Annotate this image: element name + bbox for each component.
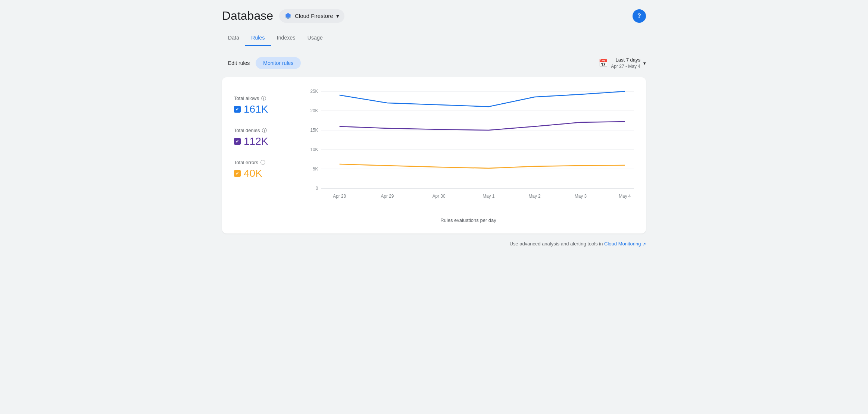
chart-area: 25K 20K 15K 10K 5K 0 Apr 28 Apr 29 Apr 3… — [303, 88, 634, 223]
total-allows-label: Total allows — [234, 95, 259, 101]
denies-checkbox[interactable]: ✓ — [234, 138, 241, 145]
total-denies-label: Total denies — [234, 128, 260, 133]
svg-text:May 2: May 2 — [528, 194, 541, 199]
svg-text:May 1: May 1 — [483, 194, 495, 199]
footer-note: Use advanced analysis and alerting tools… — [222, 241, 646, 247]
allows-value: 161K — [244, 103, 268, 115]
errors-checkbox[interactable]: ✓ — [234, 170, 241, 177]
errors-value: 40K — [244, 167, 262, 179]
svg-text:May 3: May 3 — [575, 194, 587, 199]
chart-svg: 25K 20K 15K 10K 5K 0 Apr 28 Apr 29 Apr 3… — [303, 88, 634, 214]
page-title: Database — [222, 9, 273, 23]
svg-text:15K: 15K — [310, 128, 318, 133]
svg-text:0: 0 — [316, 186, 318, 191]
external-link-icon: ↗ — [642, 242, 646, 247]
firestore-icon — [284, 12, 292, 20]
cloud-monitoring-link[interactable]: Cloud Monitoring ↗ — [604, 241, 646, 247]
nav-tabs: Data Rules Indexes Usage — [222, 30, 646, 46]
svg-text:5K: 5K — [313, 166, 318, 172]
tab-data[interactable]: Data — [222, 30, 245, 46]
legend-errors: Total errors ⓘ ✓ 40K — [234, 159, 294, 179]
date-range-value: Apr 27 - May 4 — [611, 63, 640, 70]
tab-usage[interactable]: Usage — [302, 30, 329, 46]
tab-indexes[interactable]: Indexes — [271, 30, 302, 46]
calendar-icon: 📅 — [599, 59, 608, 68]
svg-text:10K: 10K — [310, 147, 318, 152]
svg-text:20K: 20K — [310, 108, 318, 113]
svg-text:Apr 30: Apr 30 — [433, 194, 446, 199]
allows-checkbox[interactable]: ✓ — [234, 106, 241, 113]
product-selector[interactable]: Cloud Firestore ▾ — [279, 9, 344, 23]
date-range-selector[interactable]: 📅 Last 7 days Apr 27 - May 4 ▾ — [599, 57, 646, 70]
svg-text:Apr 29: Apr 29 — [381, 194, 394, 199]
allows-help-icon[interactable]: ⓘ — [261, 95, 266, 102]
legend-allows: Total allows ⓘ ✓ 161K — [234, 95, 294, 115]
chart-x-axis-label: Rules evaluations per day — [303, 217, 634, 223]
chevron-down-icon: ▾ — [336, 13, 339, 19]
legend-panel: Total allows ⓘ ✓ 161K Total denies ⓘ — [234, 88, 294, 223]
footer-note-text: Use advanced analysis and alerting tools… — [509, 241, 603, 247]
denies-value: 112K — [244, 135, 268, 147]
tab-rules[interactable]: Rules — [245, 30, 271, 46]
question-icon: ? — [637, 13, 641, 19]
chevron-down-icon: ▾ — [643, 60, 646, 66]
svg-text:May 4: May 4 — [619, 194, 631, 199]
checkmark-icon: ✓ — [235, 139, 239, 144]
legend-denies: Total denies ⓘ ✓ 112K — [234, 127, 294, 147]
denies-help-icon[interactable]: ⓘ — [262, 127, 267, 134]
svg-text:Apr 28: Apr 28 — [333, 194, 346, 199]
chart-card: Total allows ⓘ ✓ 161K Total denies ⓘ — [222, 77, 646, 233]
date-range-label: Last 7 days — [611, 57, 640, 63]
toolbar: Edit rules Monitor rules 📅 Last 7 days A… — [222, 57, 646, 70]
help-button[interactable]: ? — [633, 9, 646, 23]
errors-help-icon[interactable]: ⓘ — [260, 159, 265, 166]
product-name: Cloud Firestore — [295, 13, 333, 19]
checkmark-icon: ✓ — [235, 171, 239, 176]
checkmark-icon: ✓ — [235, 107, 239, 112]
monitor-rules-button[interactable]: Monitor rules — [256, 57, 301, 69]
edit-rules-button[interactable]: Edit rules — [222, 57, 256, 69]
total-errors-label: Total errors — [234, 160, 258, 165]
svg-text:25K: 25K — [310, 89, 318, 94]
